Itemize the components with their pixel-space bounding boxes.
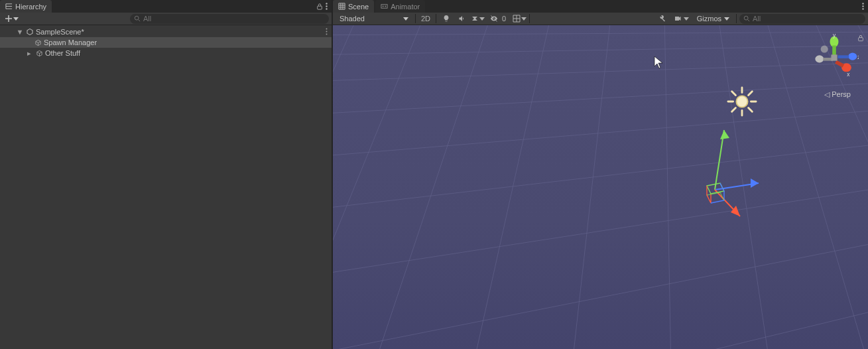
chevron-down-icon xyxy=(403,17,408,21)
axis-x-label: x xyxy=(847,71,850,78)
shading-mode-dropdown[interactable]: Shaded xyxy=(336,13,412,24)
hierarchy-tab-bar: Hierarchy xyxy=(0,0,332,13)
svg-line-31 xyxy=(572,25,611,349)
scene-search[interactable] xyxy=(739,14,865,24)
svg-line-17 xyxy=(748,20,750,22)
svg-point-3 xyxy=(326,8,327,9)
svg-rect-62 xyxy=(859,38,863,41)
gizmos-dropdown[interactable]: Gizmos xyxy=(693,15,733,23)
svg-point-16 xyxy=(744,16,748,20)
hidden-objects-button[interactable]: 0 xyxy=(487,13,511,24)
orientation-gizmo[interactable]: y x z xyxy=(810,33,859,84)
unity-scene-icon xyxy=(25,28,34,36)
svg-point-4 xyxy=(135,16,139,20)
svg-point-60 xyxy=(821,46,828,53)
camera-icon xyxy=(673,15,682,23)
grid-snap-button[interactable] xyxy=(512,13,527,24)
gameobject-label: Spawn Manager xyxy=(44,38,97,46)
hidden-count-label: 0 xyxy=(500,15,508,23)
svg-line-25 xyxy=(333,238,868,349)
svg-point-1 xyxy=(326,3,327,4)
scene-search-input[interactable] xyxy=(753,15,861,23)
audio-icon xyxy=(458,15,466,23)
scene-audio-button[interactable] xyxy=(455,13,469,24)
fx-icon xyxy=(471,15,479,23)
foldout-icon[interactable]: ▼ xyxy=(16,28,24,36)
svg-point-10 xyxy=(383,6,384,7)
scene-row-menu-icon[interactable] xyxy=(326,28,332,36)
camera-button[interactable] xyxy=(670,13,692,24)
svg-line-41 xyxy=(732,92,736,96)
svg-line-28 xyxy=(333,25,426,349)
scene-grid-icon xyxy=(338,3,345,10)
svg-point-58 xyxy=(815,55,824,62)
svg-marker-47 xyxy=(720,130,729,139)
svg-rect-9 xyxy=(381,5,387,9)
panel-menu-icon[interactable] xyxy=(326,3,328,10)
tools-icon xyxy=(658,15,666,23)
svg-point-8 xyxy=(326,33,328,35)
hierarchy-panel: Hierarchy xyxy=(0,0,333,349)
gizmos-label: Gizmos xyxy=(697,15,721,23)
animator-tab[interactable]: Animator xyxy=(375,0,425,13)
axis-z-label: z xyxy=(857,54,859,60)
scene-name-label: SampleScene* xyxy=(36,28,84,36)
foldout-icon[interactable]: ▸ xyxy=(25,49,33,58)
gameobject-row[interactable]: ▸ Other Stuff xyxy=(0,48,332,58)
lock-icon[interactable] xyxy=(316,3,323,10)
grid-icon xyxy=(513,15,521,23)
hierarchy-tab-label: Hierarchy xyxy=(15,3,46,11)
svg-line-5 xyxy=(139,20,141,22)
svg-point-2 xyxy=(326,5,327,7)
animator-tab-label: Animator xyxy=(391,3,420,11)
shading-mode-label: Shaded xyxy=(340,15,365,23)
gameobject-icon xyxy=(33,39,42,46)
chevron-down-icon xyxy=(13,17,19,21)
hierarchy-tab[interactable]: Hierarchy xyxy=(0,0,52,13)
svg-rect-53 xyxy=(832,46,836,56)
chevron-down-icon xyxy=(724,17,729,21)
svg-point-13 xyxy=(862,5,863,7)
hierarchy-toolbar xyxy=(0,13,332,25)
gameobject-row[interactable]: Spawn Manager xyxy=(0,37,332,48)
chevron-down-icon xyxy=(479,17,485,21)
svg-marker-49 xyxy=(751,178,759,188)
gameobject-label: Other Stuff xyxy=(45,49,80,57)
panel-menu-icon[interactable] xyxy=(862,3,864,10)
toggle-2d-label: 2D xyxy=(419,15,432,23)
svg-rect-57 xyxy=(838,55,849,58)
chevron-down-icon xyxy=(684,17,689,21)
svg-line-26 xyxy=(333,304,868,349)
svg-line-32 xyxy=(664,25,671,349)
svg-point-14 xyxy=(862,8,863,9)
gizmo-lock-icon[interactable] xyxy=(857,35,864,43)
svg-point-12 xyxy=(862,3,863,4)
move-tool-gizmo[interactable] xyxy=(692,111,785,226)
chevron-down-icon xyxy=(521,17,527,21)
toggle-2d-button[interactable]: 2D xyxy=(418,13,433,24)
svg-rect-0 xyxy=(318,6,322,9)
scene-viewport[interactable]: y x z xyxy=(333,25,868,349)
scene-panel: Scene Animator Shaded 2D xyxy=(333,0,868,349)
svg-line-22 xyxy=(333,108,868,158)
svg-line-29 xyxy=(373,25,492,349)
create-button[interactable] xyxy=(3,15,21,22)
svg-line-46 xyxy=(715,130,724,190)
projection-mode-label[interactable]: ◁Persp xyxy=(824,90,851,99)
gameobject-icon xyxy=(34,50,44,57)
search-icon xyxy=(743,15,750,22)
scene-toolbar: Shaded 2D 0 xyxy=(333,13,868,25)
scene-row[interactable]: ▼ SampleScene* xyxy=(0,27,332,37)
hierarchy-search[interactable] xyxy=(130,14,329,24)
svg-rect-55 xyxy=(835,60,844,68)
scene-tab[interactable]: Scene xyxy=(333,0,374,13)
scene-lighting-button[interactable] xyxy=(439,13,454,24)
animator-icon xyxy=(381,3,388,10)
scene-fx-button[interactable] xyxy=(471,13,485,24)
svg-line-23 xyxy=(333,141,868,211)
hierarchy-icon xyxy=(5,3,13,10)
svg-point-11 xyxy=(385,6,387,7)
scene-tab-bar: Scene Animator xyxy=(333,0,868,13)
hierarchy-search-input[interactable] xyxy=(143,15,325,23)
tools-button[interactable] xyxy=(654,13,669,24)
